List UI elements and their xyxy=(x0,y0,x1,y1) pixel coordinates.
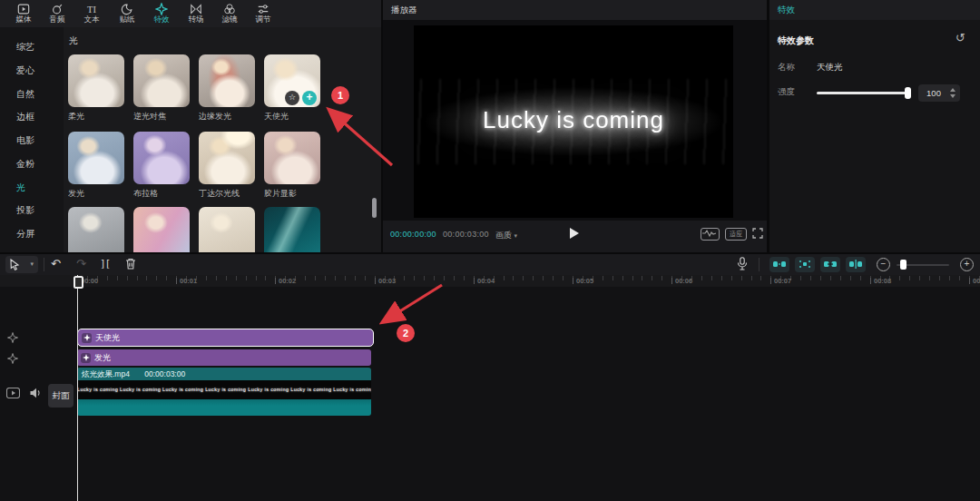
trash-icon xyxy=(125,258,136,270)
effect-card-row3-2[interactable] xyxy=(133,207,190,252)
effects-scrollbar[interactable] xyxy=(372,198,377,218)
name-label: 名称 xyxy=(778,62,795,74)
category-guang[interactable]: 光 xyxy=(16,182,25,194)
effect-card-bianyuanfaguang[interactable]: 边缘发光 xyxy=(199,54,255,123)
timeline-zoom-handle[interactable] xyxy=(900,260,906,270)
player-controls: 00:00:00:00 00:00:03:00 画质 ▾ 适应 xyxy=(383,221,767,252)
effect-badge-icon xyxy=(81,353,91,363)
link-icon xyxy=(824,260,837,269)
tab-transition[interactable]: 转场 xyxy=(179,1,213,26)
strength-slider-handle[interactable] xyxy=(905,87,911,99)
tab-effects[interactable]: 特效 xyxy=(144,1,179,26)
category-zongyi[interactable]: 综艺 xyxy=(16,41,34,54)
redo-button[interactable]: ↷ xyxy=(76,257,86,271)
timeline-video-clip[interactable]: 炫光效果.mp4 00:00:03:00 Lucky is coming Luc… xyxy=(77,368,371,416)
cover-button[interactable]: 封面 xyxy=(48,384,74,408)
preview-axis-icon xyxy=(849,260,862,269)
preview-axis-toggle[interactable] xyxy=(846,257,866,272)
play-button[interactable] xyxy=(570,228,579,239)
text-icon: TI xyxy=(85,3,98,15)
tab-filter[interactable]: 滤镜 xyxy=(212,1,247,26)
svg-text:TI: TI xyxy=(87,5,96,15)
delete-button[interactable] xyxy=(125,258,136,270)
timeline-zoom-in-button[interactable]: + xyxy=(960,258,974,271)
playhead-handle[interactable] xyxy=(74,276,83,289)
chevron-down-icon: ▾ xyxy=(30,260,34,268)
video-clip-audio-strip xyxy=(77,399,371,416)
tab-sticker[interactable]: 贴纸 xyxy=(110,1,144,26)
effect-card-dingdaerguangxian[interactable]: 丁达尔光线 xyxy=(199,132,255,200)
playhead-line xyxy=(77,275,78,501)
strength-value-box[interactable]: 100 xyxy=(918,84,960,102)
strength-label: 强度 xyxy=(778,86,795,98)
timeline-tracks-area[interactable]: 天使光 发光 封面 炫光效果.mp4 00:00:03:00 Lucky is … xyxy=(0,287,980,501)
timeline-zoom-out-button[interactable]: − xyxy=(877,258,890,271)
effect-card-row3-1[interactable] xyxy=(68,207,124,252)
params-section-title: 特效参数 xyxy=(778,34,814,47)
timeline-clip-tianshiguang[interactable]: 天使光 xyxy=(77,329,374,347)
mute-speaker-icon[interactable] xyxy=(30,388,42,398)
tab-media[interactable]: 媒体 xyxy=(6,1,41,26)
video-clip-header: 炫光效果.mp4 00:00:03:00 xyxy=(77,368,371,380)
reset-icon[interactable]: ↺ xyxy=(956,31,965,44)
stepper-down-icon[interactable] xyxy=(950,94,956,98)
effect-card-tianshiguang[interactable]: ☆ + 天使光 xyxy=(264,54,320,123)
fit-ratio-button[interactable]: 适应 xyxy=(725,228,747,241)
category-touying[interactable]: 投影 xyxy=(16,204,34,217)
waveform-icon xyxy=(701,229,717,238)
fullscreen-button[interactable] xyxy=(752,228,763,239)
category-jinfen[interactable]: 金粉 xyxy=(16,158,34,171)
player-header: 播放器 xyxy=(383,0,767,20)
effect-card-row3-3[interactable] xyxy=(199,207,255,252)
video-track-icon[interactable] xyxy=(6,388,20,398)
add-effect-button[interactable]: + xyxy=(302,91,317,105)
category-dianying[interactable]: 电影 xyxy=(16,134,34,147)
capcut-editor-window: 媒体 音频 TI 文本 贴纸 特效 转场 滤镜 调节 xyxy=(0,0,980,501)
video-clip-duration: 00:00:03:00 xyxy=(144,369,185,378)
category-aixin[interactable]: 爱心 xyxy=(16,64,34,77)
link-toggle[interactable] xyxy=(820,257,840,272)
media-icon xyxy=(17,3,30,15)
quality-dropdown[interactable]: 画质 ▾ xyxy=(495,230,517,241)
stepper-up-icon[interactable] xyxy=(950,88,956,92)
main-toolbar: 媒体 音频 TI 文本 贴纸 特效 转场 滤镜 调节 xyxy=(0,0,381,27)
timeline-ruler[interactable]: 00:00 00:01 00:02 00:03 00:04 00:05 00:0… xyxy=(0,275,980,287)
category-biankuang[interactable]: 边框 xyxy=(16,111,34,123)
category-fenping[interactable]: 分屏 xyxy=(16,228,34,241)
cursor-icon xyxy=(10,259,20,270)
waveform-preview-button[interactable] xyxy=(701,228,720,241)
effect-card-faguang[interactable]: 发光 xyxy=(68,132,124,200)
section-title: 光 xyxy=(69,34,78,47)
main-track-magnet-toggle[interactable] xyxy=(769,257,789,272)
category-ziran[interactable]: 自然 xyxy=(16,88,34,101)
video-preview[interactable]: Lucky is coming xyxy=(414,25,733,218)
timeline-clip-faguang[interactable]: 发光 xyxy=(77,349,371,366)
effect-inspector-panel: 特效 特效参数 ↺ 名称 天使光 强度 100 xyxy=(769,0,980,252)
favorite-star-icon[interactable]: ☆ xyxy=(285,91,299,105)
ruler-label: 00:07 xyxy=(770,277,791,285)
audio-icon xyxy=(51,3,64,15)
effect-card-jiaopianxianying[interactable]: 胶片显影 xyxy=(264,132,320,200)
filter-icon xyxy=(223,3,236,15)
player-panel: 播放器 Lucky is coming 00:00:00:00 00:00:03… xyxy=(383,0,767,252)
timeline-toolbar: ▾ ↶ ↷ ][ − + xyxy=(0,254,980,275)
split-button[interactable]: ][ xyxy=(100,257,110,271)
auto-snap-toggle[interactable] xyxy=(795,257,815,272)
video-clip-filmstrip: Lucky is coming Lucky is coming Lucky is… xyxy=(77,380,371,399)
tab-adjust[interactable]: 调节 xyxy=(246,1,280,26)
effect-card-bulage[interactable]: 布拉格 xyxy=(133,132,190,200)
inspector-header: 特效 xyxy=(769,0,980,20)
fullscreen-icon xyxy=(752,228,763,239)
transition-icon xyxy=(190,3,202,15)
record-voiceover-button[interactable] xyxy=(737,257,748,270)
tab-text[interactable]: TI 文本 xyxy=(74,1,109,26)
ruler-label: 00:04 xyxy=(474,277,495,285)
undo-button[interactable]: ↶ xyxy=(51,257,61,271)
tab-audio[interactable]: 音频 xyxy=(40,1,74,26)
select-tool-dropdown[interactable]: ▾ xyxy=(5,256,38,273)
effect-track-icon xyxy=(7,353,18,364)
strength-slider-track[interactable] xyxy=(817,92,910,94)
effect-card-row3-4[interactable] xyxy=(264,207,320,252)
effect-card-rouguang[interactable]: 柔光 xyxy=(68,54,124,123)
effect-card-niguangduijiao[interactable]: 逆光对焦 xyxy=(133,54,190,123)
